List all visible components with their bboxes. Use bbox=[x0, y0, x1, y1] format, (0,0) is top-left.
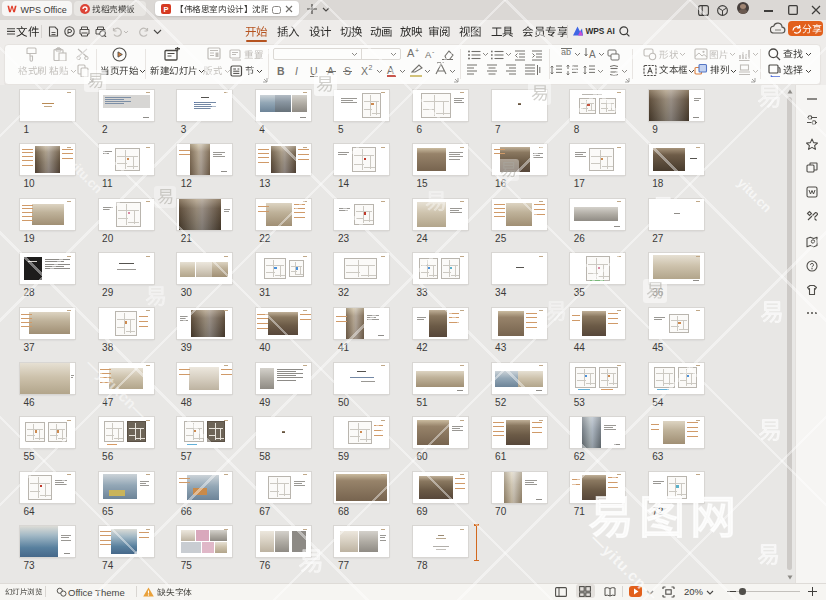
svg-text:A: A bbox=[589, 49, 596, 60]
